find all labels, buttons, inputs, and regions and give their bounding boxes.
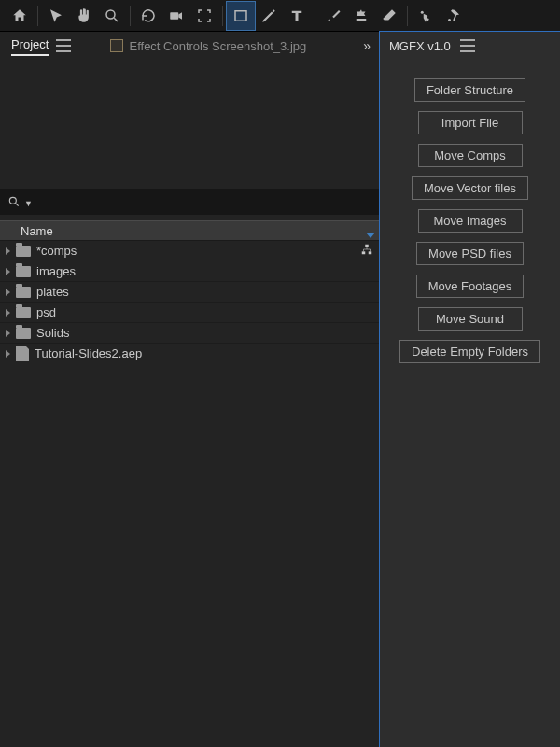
effect-controls-label: Effect Controls Screenshot_3.jpg — [129, 39, 306, 53]
search-icon — [7, 195, 21, 208]
tree-item-label: Tutorial-Slides2.aep — [35, 346, 142, 360]
svg-rect-8 — [369, 251, 372, 254]
roi-icon[interactable] — [190, 2, 218, 30]
puppet-pin-icon[interactable] — [440, 2, 468, 30]
eraser-icon[interactable] — [375, 2, 403, 30]
project-search-input[interactable]: ▼ — [0, 189, 379, 215]
folder-icon — [16, 328, 31, 339]
toolbar-separator — [37, 6, 38, 26]
project-file-icon — [16, 346, 29, 361]
footage-icon — [110, 39, 123, 52]
svg-point-0 — [106, 10, 115, 19]
move-comps-button[interactable]: Move Comps — [418, 144, 523, 167]
type-icon[interactable] — [283, 2, 311, 30]
delete-empty-folders-button[interactable]: Delete Empty Folders — [399, 340, 540, 363]
chevron-right-icon[interactable] — [6, 268, 10, 275]
toolbar-separator — [130, 6, 131, 26]
tree-item-label: psd — [36, 305, 56, 319]
folder-icon — [16, 307, 31, 318]
move-psd-files-button[interactable]: Move PSD files — [416, 242, 524, 265]
import-file-button[interactable]: Import File — [418, 111, 523, 134]
rectangle-icon[interactable] — [227, 2, 255, 30]
folder-icon — [16, 287, 31, 298]
flowchart-icon[interactable] — [360, 243, 373, 259]
chevron-right-icon[interactable] — [6, 330, 10, 337]
svg-rect-7 — [362, 251, 366, 254]
svg-rect-6 — [365, 245, 369, 247]
move-images-button[interactable]: Move Images — [418, 209, 523, 233]
move-footages-button[interactable]: Move Footages — [416, 275, 525, 298]
column-header-name[interactable]: Name — [0, 220, 379, 241]
svg-rect-1 — [170, 12, 178, 20]
panel-menu-icon[interactable] — [460, 39, 475, 52]
search-field[interactable] — [36, 195, 371, 209]
svg-point-4 — [448, 19, 451, 21]
roto-brush-icon[interactable] — [412, 2, 440, 30]
orbit-icon[interactable] — [134, 2, 162, 30]
chevron-right-icon[interactable] — [6, 350, 10, 358]
tab-effect-controls[interactable]: Effect Controls Screenshot_3.jpg — [110, 39, 356, 53]
svg-rect-2 — [235, 10, 246, 21]
project-panel-tabs: Project Effect Controls Screenshot_3.jpg… — [0, 32, 379, 60]
mgfx-panel-header: MGFX v1.0 — [380, 32, 560, 60]
panel-menu-icon[interactable] — [56, 39, 71, 52]
tree-item-label: plates — [36, 285, 69, 299]
toolbar-separator — [315, 6, 315, 26]
camera-icon[interactable] — [162, 2, 190, 30]
main-area: Project Effect Controls Screenshot_3.jpg… — [0, 32, 560, 747]
column-name-label: Name — [21, 224, 53, 238]
toolbar-separator — [222, 6, 223, 26]
project-panel: Project Effect Controls Screenshot_3.jpg… — [0, 32, 380, 747]
project-tree: *comps images plates psd — [0, 241, 379, 747]
tree-row[interactable]: psd — [0, 303, 379, 323]
chevron-right-icon[interactable] — [6, 247, 10, 255]
toolbar-separator — [407, 6, 408, 26]
tree-row[interactable]: *comps — [0, 241, 379, 261]
tree-row[interactable]: plates — [0, 282, 379, 303]
sort-indicator-icon — [366, 233, 375, 238]
folder-structure-button[interactable]: Folder Structure — [414, 78, 525, 102]
brush-icon[interactable] — [319, 2, 347, 30]
mgfx-panel: MGFX v1.0 Folder Structure Import File M… — [380, 32, 560, 747]
hand-icon[interactable] — [70, 2, 98, 30]
zoom-icon[interactable] — [98, 2, 126, 30]
tree-item-label: Solids — [36, 326, 69, 340]
top-toolbar — [0, 0, 560, 32]
chevron-right-icon[interactable] — [6, 309, 10, 317]
project-preview-area — [0, 60, 379, 189]
tree-row[interactable]: Tutorial-Slides2.aep — [0, 344, 379, 364]
mgfx-body: Folder Structure Import File Move Comps … — [380, 60, 560, 371]
tree-item-label: images — [36, 264, 76, 278]
tree-item-label: *comps — [36, 244, 77, 258]
chevron-right-icon[interactable] — [6, 289, 10, 296]
overflow-chevrons-icon[interactable]: » — [363, 38, 368, 53]
mgfx-title: MGFX v1.0 — [389, 39, 451, 53]
folder-icon — [16, 246, 31, 257]
selection-icon[interactable] — [42, 2, 70, 30]
clone-stamp-icon[interactable] — [347, 2, 375, 30]
move-sound-button[interactable]: Move Sound — [418, 307, 523, 331]
folder-icon — [16, 266, 31, 277]
pen-icon[interactable] — [255, 2, 283, 30]
tree-row[interactable]: Solids — [0, 323, 379, 344]
move-vector-files-button[interactable]: Move Vector files — [412, 176, 528, 200]
tab-project[interactable]: Project — [11, 35, 49, 56]
home-icon[interactable] — [6, 2, 34, 30]
svg-point-5 — [9, 197, 16, 204]
tree-row[interactable]: images — [0, 261, 379, 282]
svg-point-3 — [421, 10, 424, 13]
search-dropdown-icon[interactable]: ▼ — [24, 199, 33, 208]
